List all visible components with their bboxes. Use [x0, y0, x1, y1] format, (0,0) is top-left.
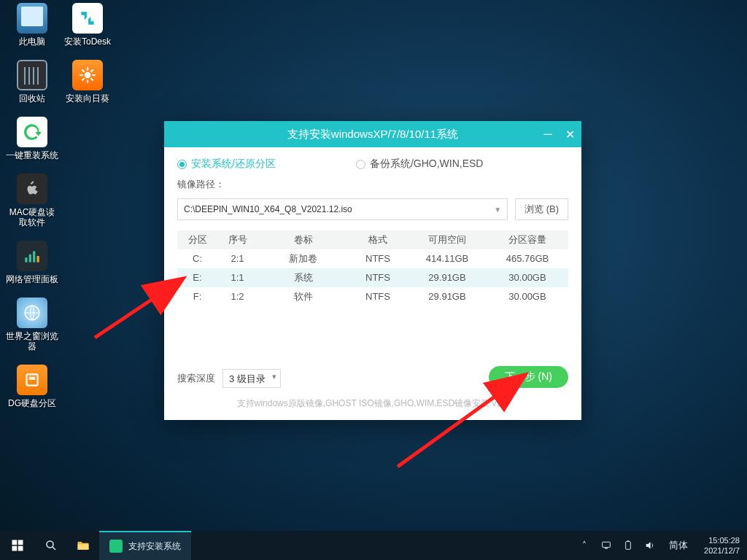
desktop-icon-dg[interactable]: DG硬盘分区	[6, 365, 58, 408]
table-row[interactable]: E: 1:1 系统 NTFS 29.91GB 30.00GB	[177, 268, 568, 287]
col-index: 序号	[217, 233, 258, 246]
task-app-icon	[109, 540, 123, 553]
svg-rect-28	[627, 540, 630, 541]
svg-point-7	[85, 72, 91, 79]
svg-rect-26	[605, 548, 608, 548]
svg-rect-2	[33, 252, 35, 262]
icon-label: 安装ToDesk	[64, 36, 111, 47]
col-capacity: 分区容量	[487, 233, 568, 246]
titlebar[interactable]: 支持安装windowsXP/7/8/10/11系统 ─ ✕	[164, 121, 581, 147]
svg-rect-6	[29, 377, 36, 380]
desktop-icon-todesk[interactable]: 安装ToDesk	[61, 3, 114, 47]
table-row[interactable]: C: 2:1 新加卷 NTFS 414.11GB 465.76GB	[177, 249, 568, 268]
col-label: 卷标	[258, 233, 349, 246]
tray-caret-up-icon[interactable]: ˄	[578, 540, 590, 551]
svg-rect-0	[25, 257, 27, 262]
taskbar-clock[interactable]: 15:05:28 2021/12/7	[697, 535, 747, 556]
desktop-icon-reinstall[interactable]: 一键重装系统	[6, 117, 58, 160]
icon-label: 回收站	[19, 93, 45, 104]
svg-rect-19	[18, 540, 23, 545]
image-path-label: 镜像路径：	[177, 178, 568, 191]
table-row[interactable]: F: 1:2 软件 NTFS 29.91GB 30.00GB	[177, 287, 568, 306]
svg-point-22	[47, 541, 53, 548]
svg-rect-18	[12, 540, 18, 545]
icon-label: 网络管理面板	[6, 274, 58, 284]
radio-label: 备份系统/GHO,WIN,ESD	[370, 158, 484, 171]
installer-window: 支持安装windowsXP/7/8/10/11系统 ─ ✕ 安装系统/还原分区 …	[164, 121, 581, 420]
desktop: 此电脑 回收站 一键重装系统 MAC硬盘读 取软件 网络管理面板	[0, 0, 747, 560]
next-button[interactable]: 下一步 (N)	[489, 366, 568, 388]
svg-rect-20	[12, 546, 18, 551]
start-button[interactable]	[0, 531, 35, 560]
tray-volume-icon[interactable]	[644, 540, 656, 551]
taskbar-task-installer[interactable]: 支持安装系统	[99, 531, 191, 560]
tray-network-icon[interactable]	[600, 540, 612, 551]
window-title: 支持安装windowsXP/7/8/10/11系统	[287, 128, 458, 141]
browse-button[interactable]: 浏览 (B)	[515, 198, 568, 220]
support-text: 支持windows原版镜像,GHOST ISO镜像,GHO,WIM,ESD镜像安…	[164, 397, 581, 410]
svg-line-15	[90, 69, 93, 71]
caret-down-icon: ▼	[494, 206, 501, 214]
svg-rect-25	[603, 542, 611, 547]
svg-line-13	[90, 78, 93, 80]
system-tray: ˄ 简体	[573, 531, 697, 560]
reinstall-icon	[17, 117, 47, 147]
col-partition: 分区	[177, 233, 217, 246]
svg-rect-3	[37, 256, 39, 262]
icon-label: 一键重装系统	[6, 150, 58, 160]
desktop-icon-column-2: 安装ToDesk 安装向日葵	[61, 3, 114, 117]
table-header: 分区 序号 卷标 格式 可用空间 分区容量	[177, 230, 568, 249]
icon-label: 世界之窗浏览 器	[6, 331, 58, 351]
image-path-dropdown[interactable]: C:\DEEPIN_WIN10_X64_Q8_V2021.12.iso ▼	[177, 198, 508, 220]
search-depth-label: 搜索深度	[177, 372, 215, 385]
tray-ime[interactable]: 简体	[666, 539, 691, 552]
radio-backup-mode[interactable]: 备份系统/GHO,WIN,ESD	[356, 158, 484, 171]
svg-line-14	[82, 78, 84, 80]
radio-label: 安装系统/还原分区	[191, 158, 276, 171]
bin-icon	[17, 60, 47, 90]
icon-label: DG硬盘分区	[8, 398, 56, 408]
svg-rect-27	[626, 542, 631, 550]
window-body: 安装系统/还原分区 备份系统/GHO,WIN,ESD 镜像路径： C:\DEEP…	[164, 147, 581, 314]
taskbar-explorer-button[interactable]	[67, 531, 99, 560]
apple-icon	[17, 174, 47, 204]
tray-battery-icon[interactable]	[622, 540, 634, 551]
col-format: 格式	[349, 233, 407, 246]
desktop-icon-browser[interactable]: 世界之窗浏览 器	[6, 298, 58, 351]
minimize-button[interactable]: ─	[542, 128, 554, 140]
desktop-icon-mac-disk[interactable]: MAC硬盘读 取软件	[6, 174, 58, 228]
image-path-value: C:\DEEPIN_WIN10_X64_Q8_V2021.12.iso	[184, 204, 352, 214]
pc-icon	[17, 3, 47, 34]
taskbar: 支持安装系统 ˄ 简体 15:05:28 2021/12/7	[0, 531, 747, 560]
network-icon	[17, 241, 47, 271]
globe-icon	[17, 298, 47, 328]
svg-line-12	[82, 69, 84, 71]
clock-time: 15:05:28	[708, 535, 740, 545]
desktop-icon-this-pc[interactable]: 此电脑	[6, 3, 58, 47]
icon-label: MAC硬盘读 取软件	[9, 207, 55, 228]
icon-label: 安装向日葵	[66, 93, 109, 104]
svg-rect-1	[29, 254, 31, 262]
task-label: 支持安装系统	[128, 540, 181, 553]
clock-date: 2021/12/7	[704, 545, 740, 556]
partition-table: 分区 序号 卷标 格式 可用空间 分区容量 C: 2:1 新加卷 NTFS 41…	[177, 230, 568, 306]
todesk-icon	[72, 3, 103, 34]
radio-dot-icon	[177, 160, 187, 169]
col-free: 可用空间	[407, 233, 487, 246]
dg-icon	[17, 365, 47, 395]
radio-dot-icon	[356, 160, 365, 169]
svg-rect-21	[18, 546, 23, 551]
icon-label: 此电脑	[19, 36, 45, 47]
taskbar-search-button[interactable]	[35, 531, 67, 560]
desktop-icon-recycle-bin[interactable]: 回收站	[6, 60, 58, 104]
desktop-icon-network-panel[interactable]: 网络管理面板	[6, 241, 58, 284]
search-depth-select[interactable]: 3 级目录	[222, 369, 281, 388]
sunflower-icon	[72, 60, 103, 90]
close-button[interactable]: ✕	[564, 128, 576, 140]
svg-rect-24	[78, 544, 89, 550]
desktop-icon-sunlogin[interactable]: 安装向日葵	[61, 60, 114, 104]
radio-install-mode[interactable]: 安装系统/还原分区	[177, 158, 276, 171]
svg-line-23	[53, 547, 55, 550]
